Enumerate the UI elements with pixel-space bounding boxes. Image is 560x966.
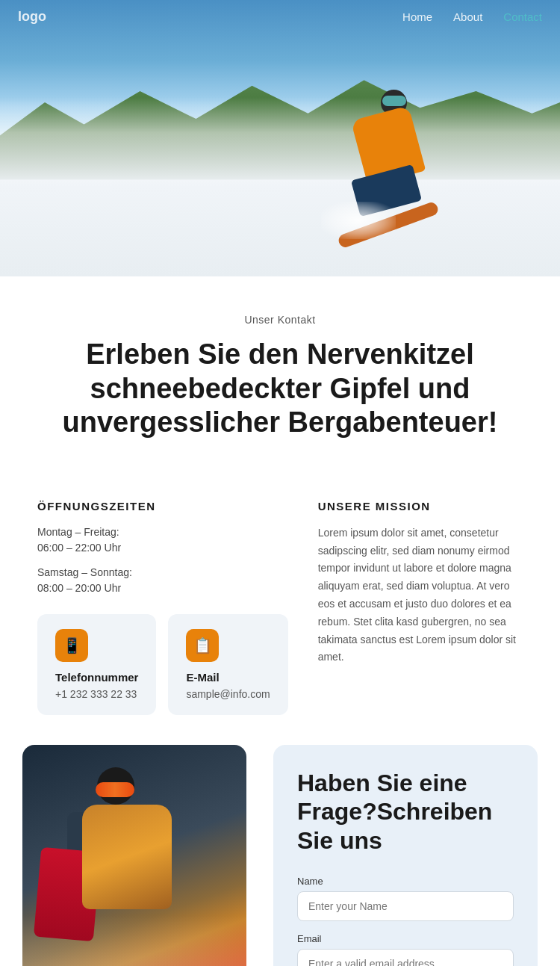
bottom-section: Haben Sie eine Frage?Schreiben Sie uns N…: [0, 745, 560, 966]
section-subtitle: Unser Kontakt: [45, 314, 515, 326]
nav-contact[interactable]: Contact: [503, 10, 542, 23]
phone-card: 📱 Telefonnummer +1 232 333 22 33: [37, 614, 156, 715]
hours-heading: ÖFFNUNGSZEITEN: [37, 500, 288, 513]
contact-cards: 📱 Telefonnummer +1 232 333 22 33 📋 E-Mai…: [37, 614, 288, 715]
nav-links: Home About Contact: [402, 10, 542, 23]
weekend-hours: Samstag – Sonntag: 08:00 – 20:00 Uhr: [37, 565, 288, 596]
hero-section: [0, 0, 560, 276]
mission-text: Lorem ipsum dolor sit amet, consetetur s…: [318, 524, 523, 666]
email-label: Email: [297, 933, 514, 944]
snowboarder-photo: [22, 745, 246, 966]
email-label: E-Mail: [186, 671, 270, 684]
phone-label: Telefonnummer: [55, 671, 138, 684]
name-label: Name: [297, 876, 514, 887]
mission-heading: UNSERE MISSION: [318, 500, 523, 513]
email-card: 📋 E-Mail sample@info.com: [168, 614, 287, 715]
nav-logo[interactable]: logo: [18, 9, 46, 25]
phone-value: +1 232 333 22 33: [55, 688, 138, 700]
snowboarder-image: [321, 82, 470, 247]
hours-column: ÖFFNUNGSZEITEN Montag – Freitag: 06:00 –…: [37, 500, 288, 715]
navigation: logo Home About Contact: [0, 0, 560, 34]
contact-form-container: Haben Sie eine Frage?Schreiben Sie uns N…: [273, 745, 538, 966]
photo-column: [22, 745, 261, 966]
mission-column: UNSERE MISSION Lorem ipsum dolor sit ame…: [318, 500, 523, 666]
name-field-group: Name: [297, 876, 514, 921]
nav-about[interactable]: About: [453, 10, 482, 23]
info-columns: ÖFFNUNGSZEITEN Montag – Freitag: 06:00 –…: [0, 492, 560, 745]
weekday-hours: Montag – Freitag: 06:00 – 22:00 Uhr: [37, 524, 288, 556]
email-value: sample@info.com: [186, 688, 270, 700]
email-input[interactable]: [297, 949, 514, 966]
intro-section: Unser Kontakt Erleben Sie den Nervenkitz…: [0, 276, 560, 492]
section-title: Erleben Sie den Nervenkitzel schneebedec…: [45, 338, 515, 440]
email-field-group: Email: [297, 933, 514, 966]
email-icon: 📋: [186, 629, 219, 662]
name-input[interactable]: [297, 891, 514, 921]
nav-home[interactable]: Home: [402, 10, 432, 23]
form-heading: Haben Sie eine Frage?Schreiben Sie uns: [297, 769, 514, 855]
phone-icon: 📱: [55, 629, 88, 662]
